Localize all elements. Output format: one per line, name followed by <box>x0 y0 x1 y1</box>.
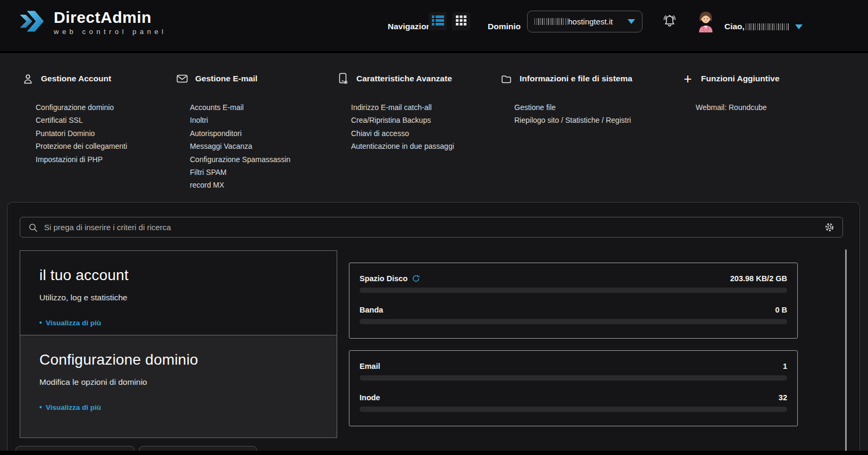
menu-item-list: Webmail: Roundcube <box>681 101 780 114</box>
list-view-button[interactable] <box>429 12 447 30</box>
menu-item[interactable]: Autenticazione in due passaggi <box>351 140 454 153</box>
directadmin-logo[interactable]: DirectAdmin web control panel <box>16 6 166 39</box>
top-bar: DirectAdmin web control panel Navigazion… <box>0 0 868 53</box>
grid-view-icon <box>455 15 467 28</box>
logo-chevrons-icon <box>16 6 46 39</box>
menu-item[interactable]: Protezione dei collegamenti <box>36 140 127 153</box>
stat-head: Email1 <box>360 362 787 370</box>
menu-item[interactable]: Impostazioni di PHP <box>36 153 127 166</box>
menu-section-caratteristiche-avanzate: Caratteristiche AvanzateIndirizzo E-mail… <box>337 72 454 153</box>
stat-value: 203.98 KB/2 GB <box>730 274 787 283</box>
domain-value: hostingtest.it <box>568 17 613 26</box>
user-menu[interactable]: Ciao, <box>724 16 803 37</box>
stat-row: Banda0 B <box>360 306 787 324</box>
stat-value: 32 <box>779 393 787 402</box>
menu-section-header: Gestione E-mail <box>176 72 290 85</box>
bullet-icon: • <box>39 403 42 411</box>
bullet-icon: • <box>39 318 42 327</box>
menu-item-list: Configurazione dominioCertificati SSLPun… <box>21 101 127 166</box>
view-more-label: Visualizza di più <box>46 319 101 327</box>
domain-label: Dominio <box>488 22 521 31</box>
folder-icon <box>500 74 513 83</box>
progress-bar <box>360 319 787 324</box>
menu-section-label: Gestione Account <box>41 74 111 83</box>
refresh-icon[interactable] <box>412 275 420 282</box>
view-more-label: Visualizza di più <box>46 403 101 411</box>
menu-item[interactable]: Certificati SSL <box>36 114 127 127</box>
redacted-domain-prefix <box>535 18 567 25</box>
grid-view-button[interactable] <box>452 12 470 30</box>
envelope-icon <box>176 74 188 83</box>
menu-item[interactable]: Inoltri <box>190 114 290 127</box>
stat-head: Inode32 <box>360 393 787 402</box>
menu-item[interactable]: Crea/Ripristina Backups <box>351 114 454 127</box>
plus-icon: + <box>681 73 694 84</box>
view-more-link[interactable]: • Visualizza di più <box>39 403 318 411</box>
menu-item-list: Accounts E-mailInoltriAutorisponditoriMe… <box>176 101 290 192</box>
caret-down-icon <box>628 19 635 24</box>
menu-section-header: +Funzioni Aggiuntive <box>681 72 780 85</box>
view-more-link[interactable]: • Visualizza di più <box>39 318 318 327</box>
card-configurazione-dominio[interactable]: Configurazione dominio Modifica le opzio… <box>20 335 337 438</box>
progress-bar <box>360 407 787 412</box>
brand-name: DirectAdmin <box>54 9 166 26</box>
logo-text: DirectAdmin web control panel <box>54 9 166 36</box>
menu-section-gestione-account: Gestione AccountConfigurazione dominioCe… <box>21 72 127 166</box>
menu-item[interactable]: record MX <box>190 179 290 191</box>
search-settings-gear-icon[interactable] <box>824 222 834 232</box>
card-title: il tuo account <box>39 267 318 284</box>
card-il-tuo-account[interactable]: il tuo account Utilizzo, log e statistic… <box>20 250 337 335</box>
device-gear-icon <box>337 73 349 85</box>
search-icon <box>28 223 38 232</box>
notifications-button[interactable] <box>661 13 679 31</box>
scrollbar-thumb[interactable] <box>845 249 847 455</box>
stat-label: Email <box>360 362 380 370</box>
greeting-label: Ciao, <box>724 22 745 31</box>
content-panel: il tuo account Utilizzo, log e statistic… <box>7 202 860 455</box>
card-subtitle: Modifica le opzioni di dominio <box>39 377 318 387</box>
progress-bar <box>360 375 787 381</box>
count-stats-panel: Email1Inode32 <box>349 350 798 426</box>
stat-row: Inode32 <box>360 393 787 412</box>
menu-item[interactable]: Puntatori Dominio <box>36 127 127 140</box>
menu-item[interactable]: Filtri SPAM <box>190 166 290 179</box>
menu-item[interactable]: Chiavi di accesso <box>351 127 454 140</box>
menu-item-list: Indirizzo E-mail catch-allCrea/Ripristin… <box>337 101 454 153</box>
stat-label: Banda <box>360 306 383 314</box>
menu-item[interactable]: Autorisponditori <box>190 127 290 140</box>
usage-stats-panel: Spazio Disco203.98 KB/2 GBBanda0 B <box>349 263 798 339</box>
redacted-username <box>746 23 789 30</box>
stat-label: Inode <box>360 393 380 402</box>
menu-item[interactable]: Gestione file <box>514 101 632 114</box>
menu-section-funzioni-aggiuntive: +Funzioni AggiuntiveWebmail: Roundcube <box>681 72 780 114</box>
menu-section-gestione-email: Gestione E-mailAccounts E-mailInoltriAut… <box>176 72 290 192</box>
menu-item[interactable]: Accounts E-mail <box>190 101 290 114</box>
stat-head: Banda0 B <box>360 306 787 314</box>
stat-label: Spazio Disco <box>360 274 407 283</box>
window-bottom-edge <box>0 451 868 455</box>
brand-tagline: web control panel <box>54 28 166 36</box>
menu-item[interactable]: Riepilogo sito / Statistiche / Registri <box>514 114 632 127</box>
bell-icon <box>662 13 678 30</box>
card-subtitle: Utilizzo, log e statistiche <box>39 293 318 302</box>
search-bar <box>20 217 843 238</box>
stat-value: 0 B <box>775 306 787 314</box>
menu-section-label: Funzioni Aggiuntive <box>701 74 780 83</box>
avatar[interactable] <box>697 11 715 32</box>
search-input[interactable] <box>44 223 818 232</box>
stat-row: Email1 <box>360 362 787 381</box>
user-icon <box>21 74 34 84</box>
menu-item[interactable]: Indirizzo E-mail catch-all <box>351 101 454 114</box>
menu-section-label: Informazioni e file di sistema <box>520 74 632 83</box>
menu-section-label: Gestione E-mail <box>195 74 257 83</box>
menu-section-informazioni-file-sistema: Informazioni e file di sistemaGestione f… <box>500 72 632 127</box>
menu-item[interactable]: Configurazione dominio <box>36 101 127 114</box>
menu-item[interactable]: Webmail: Roundcube <box>696 101 780 114</box>
menu-item-list: Gestione fileRiepilogo sito / Statistich… <box>500 101 632 127</box>
domain-select[interactable]: hostingtest.it <box>527 11 642 32</box>
caret-down-icon <box>795 24 803 29</box>
card-title: Configurazione dominio <box>39 351 318 368</box>
menu-section-header: Informazioni e file di sistema <box>500 72 632 85</box>
menu-item[interactable]: Messaggi Vacanza <box>190 140 290 153</box>
menu-item[interactable]: Configurazione Spamassassin <box>190 153 290 166</box>
